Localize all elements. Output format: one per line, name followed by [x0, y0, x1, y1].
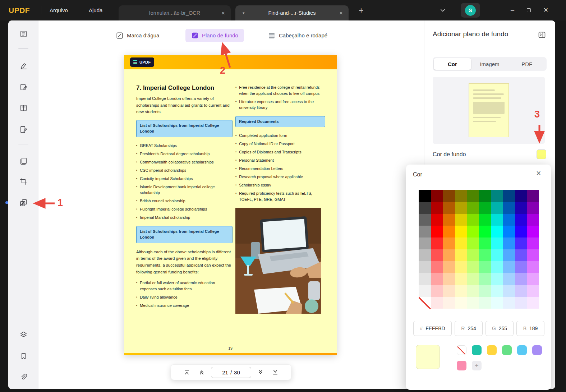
document-tab-active[interactable]: ▾ Find-and-...r-Studies × [235, 5, 349, 20]
current-color-swatch[interactable] [416, 345, 440, 369]
palette-cell[interactable] [503, 273, 515, 285]
sidebar-tool-layers[interactable] [16, 327, 31, 342]
header-footer-button[interactable]: Cabeçalho e rodapé [268, 29, 327, 42]
palette-cell[interactable] [479, 237, 491, 249]
palette-cell[interactable] [527, 297, 539, 309]
palette-cell[interactable] [527, 273, 539, 285]
palette-cell[interactable] [515, 273, 527, 285]
palette-cell[interactable] [443, 214, 455, 226]
palette-cell[interactable] [491, 273, 503, 285]
chevron-down-icon[interactable]: ▾ [243, 11, 245, 15]
palette-cell[interactable] [527, 190, 539, 202]
palette-cell[interactable] [503, 237, 515, 249]
preset-color[interactable] [502, 345, 512, 355]
previous-page-button[interactable] [196, 367, 207, 378]
menu-ajuda[interactable]: Ajuda [87, 0, 105, 20]
palette-cell[interactable] [503, 249, 515, 261]
last-page-button[interactable] [270, 367, 281, 378]
palette-cell[interactable] [443, 249, 455, 261]
palette-cell[interactable] [515, 261, 527, 273]
palette-cell[interactable] [419, 226, 431, 237]
sidebar-tool-bookmark[interactable] [16, 349, 31, 364]
background-color-swatch[interactable] [537, 149, 546, 159]
palette-cell[interactable] [455, 237, 467, 249]
palette-cell[interactable] [491, 226, 503, 237]
page-number-input[interactable]: 21 / 30 [211, 367, 251, 378]
palette-cell[interactable] [419, 285, 431, 297]
palette-cell[interactable] [455, 249, 467, 261]
palette-cell[interactable] [419, 190, 431, 202]
palette-cell[interactable] [419, 237, 431, 249]
palette-cell[interactable] [515, 190, 527, 202]
palette-cell[interactable] [455, 273, 467, 285]
palette-cell[interactable] [455, 226, 467, 237]
palette-cell[interactable] [443, 226, 455, 237]
palette-cell[interactable] [455, 285, 467, 297]
sidebar-tool-crop[interactable] [16, 174, 31, 189]
palette-cell[interactable] [515, 226, 527, 237]
palette-cell[interactable] [479, 297, 491, 309]
add-color-button[interactable]: + [472, 361, 482, 370]
new-tab-button[interactable]: + [355, 4, 367, 17]
palette-cell[interactable] [443, 202, 455, 214]
green-input[interactable]: G 255 [486, 321, 514, 336]
palette-cell[interactable] [479, 214, 491, 226]
palette-cell[interactable] [503, 190, 515, 202]
close-tab-icon[interactable]: × [339, 10, 343, 16]
tab-cor[interactable]: Cor [434, 58, 471, 70]
palette-cell[interactable] [527, 285, 539, 297]
palette-cell[interactable] [431, 237, 443, 249]
sidebar-tool-attachment[interactable] [16, 369, 31, 384]
palette-cell[interactable] [527, 249, 539, 261]
palette-cell[interactable] [503, 226, 515, 237]
sidebar-tool-annotate[interactable] [16, 58, 31, 73]
pdf-page[interactable]: UPDF 7. Imperial College London Imperial… [124, 55, 337, 355]
preset-color[interactable] [517, 345, 527, 355]
maximize-button[interactable] [523, 5, 534, 15]
palette-cell[interactable] [467, 273, 479, 285]
minimize-button[interactable]: – [507, 5, 518, 15]
palette-cell[interactable] [479, 202, 491, 214]
palette-cell[interactable] [503, 261, 515, 273]
collapse-panel-icon[interactable] [538, 31, 546, 39]
palette-cell[interactable] [443, 190, 455, 202]
preset-color[interactable] [487, 345, 497, 355]
palette-cell[interactable] [467, 237, 479, 249]
palette-cell[interactable] [443, 297, 455, 309]
palette-cell[interactable] [491, 297, 503, 309]
sidebar-tool-background[interactable] [16, 195, 31, 210]
palette-cell[interactable] [431, 297, 443, 309]
menu-arquivo[interactable]: Arquivo [47, 0, 70, 20]
sidebar-tool-organize-pages[interactable] [16, 153, 31, 169]
palette-cell[interactable] [515, 249, 527, 261]
palette-cell[interactable] [431, 249, 443, 261]
preset-color[interactable] [472, 345, 482, 355]
sidebar-tool-sign[interactable] [16, 122, 31, 137]
palette-cell[interactable] [467, 190, 479, 202]
background-button[interactable]: Plano de fundo [185, 29, 244, 42]
red-input[interactable]: R 254 [455, 321, 483, 336]
close-button[interactable]: × [540, 5, 552, 15]
palette-cell[interactable] [443, 273, 455, 285]
palette-cell[interactable] [479, 273, 491, 285]
document-tab-inactive[interactable]: formulari...ão-br_OCR × [119, 5, 231, 20]
palette-cell[interactable] [515, 214, 527, 226]
preset-none[interactable] [457, 345, 466, 355]
palette-cell[interactable] [455, 202, 467, 214]
palette-cell[interactable] [431, 214, 443, 226]
palette-cell[interactable] [443, 237, 455, 249]
palette-cell[interactable] [467, 249, 479, 261]
account-button[interactable]: S [461, 3, 480, 18]
palette-cell[interactable] [503, 285, 515, 297]
palette-cell[interactable] [515, 285, 527, 297]
palette-cell[interactable] [479, 285, 491, 297]
palette-cell[interactable] [479, 190, 491, 202]
preset-color[interactable] [532, 345, 542, 355]
palette-cell[interactable] [491, 237, 503, 249]
palette-cell[interactable] [467, 285, 479, 297]
palette-cell[interactable] [467, 261, 479, 273]
palette-cell[interactable] [455, 214, 467, 226]
avatar[interactable]: S [465, 5, 476, 16]
palette-cell[interactable] [431, 285, 443, 297]
preset-color[interactable] [457, 361, 466, 370]
